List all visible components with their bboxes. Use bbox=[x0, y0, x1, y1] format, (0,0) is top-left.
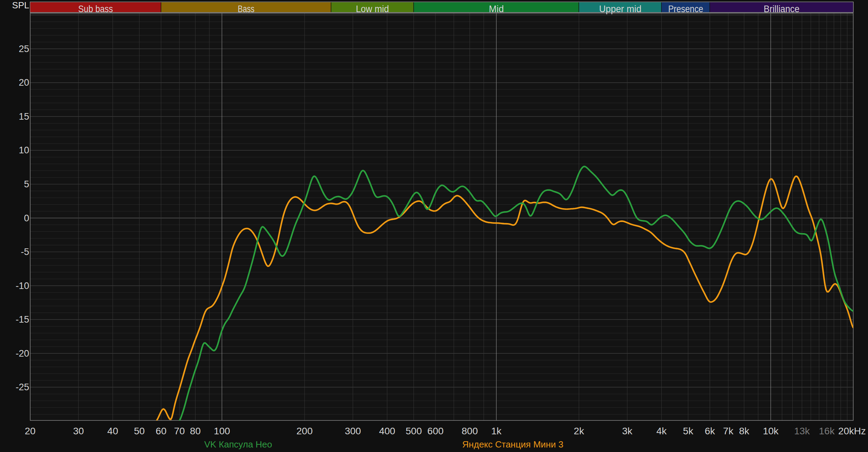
svg-text:16k: 16k bbox=[819, 426, 835, 436]
svg-text:13k: 13k bbox=[794, 426, 810, 436]
svg-text:500: 500 bbox=[406, 426, 422, 436]
svg-text:100: 100 bbox=[214, 426, 230, 436]
svg-text:Sub bass: Sub bass bbox=[78, 3, 113, 14]
svg-text:15: 15 bbox=[19, 111, 29, 122]
svg-text:3k: 3k bbox=[622, 426, 633, 436]
svg-text:50: 50 bbox=[134, 426, 145, 436]
svg-text:200: 200 bbox=[297, 426, 313, 436]
svg-text:Upper mid: Upper mid bbox=[599, 3, 641, 14]
svg-text:40: 40 bbox=[107, 426, 118, 436]
svg-text:Brilliance: Brilliance bbox=[764, 3, 800, 14]
svg-text:25: 25 bbox=[19, 44, 29, 54]
svg-text:70: 70 bbox=[174, 426, 185, 436]
svg-text:Low mid: Low mid bbox=[356, 3, 389, 14]
svg-text:7k: 7k bbox=[723, 426, 734, 436]
svg-text:60: 60 bbox=[156, 426, 166, 436]
svg-text:8k: 8k bbox=[739, 426, 750, 436]
svg-text:20: 20 bbox=[19, 77, 29, 88]
svg-text:6k: 6k bbox=[705, 426, 716, 436]
svg-text:300: 300 bbox=[345, 426, 361, 436]
svg-text:SPL: SPL bbox=[12, 0, 29, 10]
svg-text:-25: -25 bbox=[16, 382, 29, 392]
svg-text:4k: 4k bbox=[657, 426, 667, 436]
svg-text:Mid: Mid bbox=[489, 3, 504, 14]
svg-text:VK Капсула Нео: VK Капсула Нео bbox=[204, 439, 272, 450]
svg-text:5k: 5k bbox=[683, 426, 694, 436]
svg-text:600: 600 bbox=[427, 426, 444, 436]
svg-text:Bass: Bass bbox=[238, 3, 254, 14]
svg-text:-10: -10 bbox=[16, 281, 29, 291]
svg-text:Яндекс Станция Мини 3: Яндекс Станция Мини 3 bbox=[462, 439, 563, 450]
svg-text:20: 20 bbox=[25, 426, 35, 436]
svg-text:1k: 1k bbox=[491, 426, 502, 436]
svg-text:800: 800 bbox=[462, 426, 478, 436]
svg-text:2k: 2k bbox=[574, 426, 585, 436]
svg-text:30: 30 bbox=[73, 426, 84, 436]
svg-text:-15: -15 bbox=[16, 314, 29, 325]
svg-text:-20: -20 bbox=[16, 348, 29, 359]
svg-text:5: 5 bbox=[24, 179, 29, 189]
svg-text:Presence: Presence bbox=[668, 3, 703, 14]
svg-text:400: 400 bbox=[379, 426, 395, 436]
svg-text:10k: 10k bbox=[763, 426, 779, 436]
svg-text:0: 0 bbox=[24, 213, 29, 223]
svg-text:10: 10 bbox=[19, 145, 29, 155]
svg-text:-5: -5 bbox=[21, 247, 29, 257]
svg-text:20kHz: 20kHz bbox=[838, 426, 866, 436]
svg-text:80: 80 bbox=[190, 426, 201, 436]
